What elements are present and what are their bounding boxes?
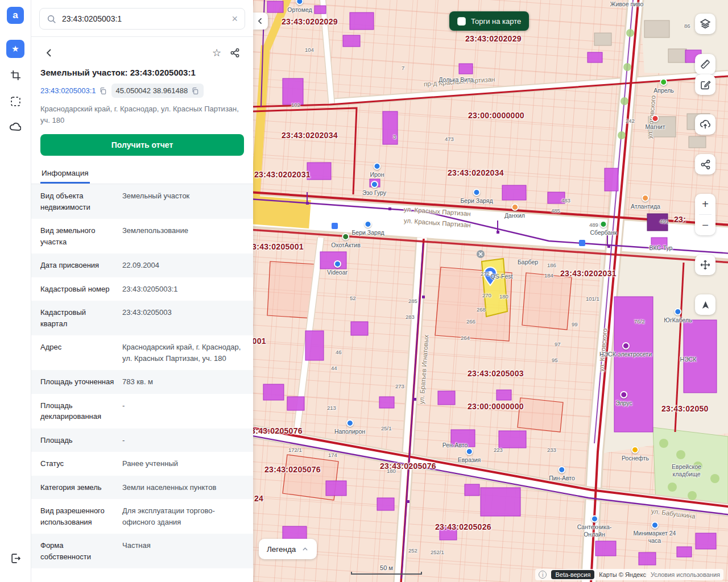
panel-header: ☆ [31, 37, 253, 63]
back-chevron-icon [44, 48, 55, 58]
info-row-value: Для эксплуатации торгово-офисного здания [122, 505, 244, 527]
search-icon [47, 14, 56, 24]
terms-link[interactable]: Условия использования [651, 571, 720, 578]
chevron-up-icon [301, 546, 309, 553]
map-attribution: i Beta-версия Карты © Яндекс Условия исп… [535, 569, 723, 580]
ruler-icon [700, 59, 711, 70]
search-clear-button[interactable]: × [231, 14, 238, 24]
copy-icon[interactable] [99, 87, 107, 95]
app-logo-letter: a [13, 10, 18, 21]
select-region-button[interactable] [6, 92, 24, 110]
move-arrows-icon [700, 259, 711, 271]
info-row-label: Площадь декларированная [40, 400, 114, 422]
torgi-checkbox[interactable] [457, 17, 466, 26]
draw-edit-button[interactable] [695, 74, 715, 95]
info-row-label: Форма собственности [40, 540, 114, 562]
favorite-button[interactable]: ☆ [208, 44, 226, 62]
share-icon [700, 159, 711, 170]
measure-area-button[interactable] [6, 66, 24, 84]
bus-stop-icon [332, 223, 338, 229]
torgi-toggle[interactable]: Торги на карте [449, 11, 529, 31]
pan-mode-button[interactable] [695, 255, 715, 275]
info-row-label: Статус [40, 458, 114, 469]
zoom-out-button[interactable]: − [695, 215, 715, 235]
map-canvas[interactable]: 23:43:020202923:43:020202923:00:00000002… [253, 0, 728, 582]
scale-bar: 50 м [351, 564, 422, 575]
info-row: СтатусРанее учтенный [31, 452, 253, 476]
back-button[interactable] [40, 44, 59, 62]
info-row: Кадастровый квартал23:43:0205003 [31, 301, 253, 335]
search-input[interactable] [62, 14, 226, 23]
upload-button[interactable] [695, 114, 715, 135]
favorites-button[interactable]: ★ [6, 40, 24, 58]
get-report-button[interactable]: Получить отчет [40, 134, 244, 156]
coordinates-text: 45.050042 38.961488 [116, 86, 188, 95]
info-row: Форма собственностиЧастная [31, 534, 253, 568]
info-row: Вид земельного участкаЗемлепользование [31, 219, 253, 253]
tabs-row: Информация [31, 164, 253, 184]
info-row-label: Площадь уточненная [40, 376, 114, 388]
info-row-label: Вид разрешенного использования [40, 505, 114, 527]
object-address: Краснодарский край, г. Краснодар, ул. Кр… [31, 98, 253, 126]
info-table: Вид объекта недвижимостиЗемельный участо… [31, 184, 253, 582]
logout-icon [10, 553, 21, 564]
info-row-value: 23:43:0205003 [122, 307, 244, 329]
info-row: Кадастровый номер23:43:0205003:1 [31, 277, 253, 301]
coordinates-chip[interactable]: 45.050042 38.961488 [111, 84, 204, 98]
my-location-button[interactable] [695, 294, 715, 315]
info-row-label: Кадастровый квартал [40, 307, 114, 329]
info-row-value: - [122, 435, 244, 446]
dashed-square-icon [10, 96, 21, 107]
legend-label: Легенда [267, 545, 296, 554]
info-row: Вид объекта недвижимостиЗемельный участо… [31, 184, 253, 219]
info-row: Площадь декларированная- [31, 394, 253, 429]
app-logo: a [7, 7, 24, 24]
info-row-label: Адрес [40, 342, 114, 364]
info-row-label: Категория земель [40, 482, 114, 493]
chevron-left-icon [257, 17, 264, 25]
map-share-button[interactable] [695, 154, 715, 174]
legend-button[interactable]: Легенда [259, 539, 317, 559]
info-row-label: Дата присвоения [40, 260, 114, 271]
ruler-button[interactable] [695, 54, 715, 74]
info-row-value: 22.09.2004 [122, 260, 244, 271]
search-bar[interactable]: × [39, 8, 245, 30]
copy-icon[interactable] [191, 87, 199, 95]
beta-badge: Beta-версия [551, 570, 594, 579]
location-arrow-icon [701, 300, 710, 310]
app-root: a ★ × ☆ [0, 0, 728, 582]
info-row-value: Краснодарский край, г. Краснодар, ул. Кр… [122, 342, 244, 364]
info-row: Категория земельЗемли населенных пунктов [31, 476, 253, 500]
yandex-copyright: Карты © Яндекс [599, 571, 646, 578]
info-row: Площадь уточненная783 кв. м [31, 370, 253, 394]
cadastral-number-chip[interactable]: 23:43:0205003:1 [40, 86, 107, 95]
star-outline-icon: ☆ [212, 47, 221, 59]
info-row-value: - [122, 400, 244, 422]
page-title: Земельный участок: 23:43:0205003:1 [31, 63, 253, 77]
layers-button[interactable] [695, 14, 715, 34]
left-rail: a ★ [0, 0, 31, 582]
zoom-controls: + − [695, 194, 715, 235]
info-row-value: Ранее учтенный [122, 458, 244, 469]
info-row-label: Площадь [40, 435, 114, 446]
scale-label: 50 м [380, 564, 393, 571]
object-panel: × ☆ Земельный участок: 23:43:0205003:1 2… [31, 0, 253, 582]
share-button[interactable] [226, 44, 244, 62]
weather-layer-button[interactable] [6, 118, 24, 136]
zoom-in-button[interactable]: + [695, 194, 715, 214]
info-row: Вид разрешенного использованияДля эксплу… [31, 499, 253, 534]
tab-information[interactable]: Информация [40, 164, 90, 184]
info-row-value: Землепользование [122, 225, 244, 247]
chips-row: 23:43:0205003:1 45.050042 38.961488 [31, 77, 253, 98]
cadastral-number-text: 23:43:0205003:1 [40, 86, 96, 95]
share-icon [230, 48, 240, 58]
info-row-value: 783 кв. м [122, 376, 244, 388]
map-render [253, 0, 728, 582]
logout-button[interactable] [6, 549, 24, 567]
torgi-label: Торги на карте [471, 17, 521, 26]
info-row-value: 23:43:0205003:1 [122, 284, 244, 295]
info-row: Дата присвоения22.09.2004 [31, 253, 253, 277]
info-icon[interactable]: i [539, 571, 547, 579]
panel-collapse-button[interactable] [253, 13, 268, 30]
layers-icon [700, 18, 711, 30]
